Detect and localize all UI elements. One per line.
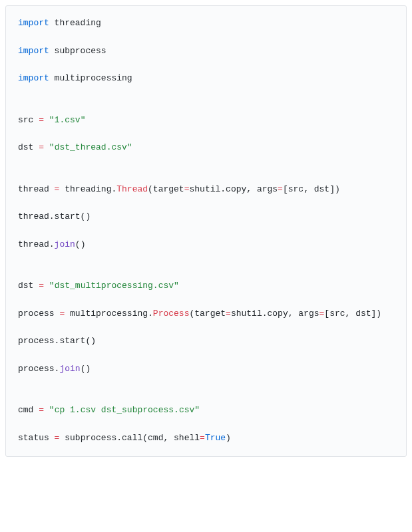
module-name: multiprocessing: [49, 73, 132, 83]
text: (target: [148, 184, 184, 194]
module-name: subprocess: [49, 46, 106, 56]
method-name: join: [59, 364, 80, 374]
code-line-cmd-assign: cmd = "cp 1.csv dst_subprocess.csv": [18, 404, 394, 418]
blank-line: [18, 196, 394, 210]
operator: =: [226, 309, 231, 319]
code-line-src-assign: src = "1.csv": [18, 114, 394, 128]
text: [44, 405, 49, 415]
text: subprocess.call(cmd, shell: [59, 433, 200, 443]
blank-line: [18, 321, 394, 335]
text: thread.start(): [18, 211, 91, 221]
text: [44, 281, 49, 291]
text: multiprocessing.: [65, 309, 153, 319]
text: (): [81, 364, 91, 374]
text: shutil.copy, args: [189, 184, 278, 194]
class-name: Process: [153, 309, 190, 319]
var-name: cmd: [18, 405, 39, 415]
code-line-thread-start: thread.start(): [18, 210, 394, 224]
var-name: dst: [18, 281, 39, 291]
text: thread.: [18, 239, 55, 249]
text: shutil.copy, args: [231, 309, 319, 319]
blank-line: [18, 376, 394, 390]
boolean-literal: True: [205, 433, 226, 443]
keyword-import: import: [18, 46, 49, 56]
code-line-dst-multiprocessing: dst = "dst_multiprocessing.csv": [18, 279, 394, 293]
code-line-import-threading: import threading: [18, 17, 394, 31]
blank-line: [18, 224, 394, 238]
text: process.: [18, 364, 59, 374]
operator: =: [39, 405, 44, 415]
operator: =: [39, 142, 44, 152]
blank-line: [18, 348, 394, 362]
operator: =: [200, 433, 205, 443]
blank-line: [18, 86, 394, 100]
string-literal: "dst_multiprocessing.csv": [49, 281, 179, 291]
text: (): [75, 239, 86, 249]
code-line-thread-create: thread = threading.Thread(target=shutil.…: [18, 183, 394, 197]
blank-line: [18, 155, 394, 169]
module-name: threading: [49, 18, 101, 28]
operator: =: [39, 281, 44, 291]
string-literal: "1.csv": [49, 115, 86, 125]
blank-line: [18, 390, 394, 404]
code-line-dst-thread: dst = "dst_thread.csv": [18, 141, 394, 155]
keyword-import: import: [18, 73, 49, 83]
text: [44, 115, 49, 125]
var-name: process: [18, 309, 59, 319]
var-name: dst: [18, 142, 39, 152]
string-literal: "dst_thread.csv": [49, 142, 132, 152]
code-line-process-start: process.start(): [18, 334, 394, 348]
text: process.start(): [18, 336, 96, 346]
text: ): [226, 433, 231, 443]
code-line-subprocess-call: status = subprocess.call(cmd, shell=True…: [18, 432, 394, 446]
keyword-import: import: [18, 18, 49, 28]
string-literal: "cp 1.csv dst_subprocess.csv": [49, 405, 200, 415]
var-name: thread: [18, 184, 55, 194]
blank-line: [18, 265, 394, 279]
code-line-process-create: process = multiprocessing.Process(target…: [18, 307, 394, 321]
blank-line: [18, 418, 394, 432]
text: [src, dst]): [324, 309, 381, 319]
class-name: Thread: [116, 184, 148, 194]
operator: =: [39, 115, 44, 125]
text: (target: [189, 309, 226, 319]
text: [src, dst]): [283, 184, 340, 194]
var-name: src: [18, 115, 39, 125]
code-line-process-join: process.join(): [18, 362, 394, 376]
text: threading.: [59, 184, 116, 194]
blank-line: [18, 58, 394, 72]
blank-line: [18, 293, 394, 307]
code-block: import threading import subprocess impor…: [5, 5, 407, 457]
method-name: join: [55, 239, 75, 249]
code-line-thread-join: thread.join(): [18, 238, 394, 252]
blank-line: [18, 169, 394, 183]
blank-line: [18, 31, 394, 45]
blank-line: [18, 127, 394, 141]
blank-line: [18, 100, 394, 114]
code-line-import-subprocess: import subprocess: [18, 45, 394, 59]
blank-line: [18, 252, 394, 266]
operator: =: [278, 184, 283, 194]
code-line-import-multiprocessing: import multiprocessing: [18, 72, 394, 86]
var-name: status: [18, 433, 55, 443]
text: [44, 142, 49, 152]
